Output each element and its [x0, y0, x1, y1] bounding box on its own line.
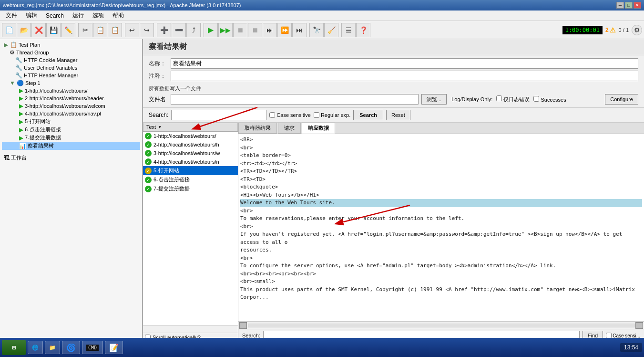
move-up-button[interactable]: ⤴	[186, 23, 201, 37]
file-input[interactable]	[171, 94, 419, 105]
tree-node-req3[interactable]: ▶ 3-http://localhost/webtours/welcom	[2, 102, 140, 110]
start-button[interactable]: ▶	[204, 23, 218, 37]
tree-node-workbench[interactable]: 🏗 工作台	[2, 154, 140, 162]
settings-button[interactable]: ⚙	[632, 25, 642, 35]
cut-button[interactable]: ✂	[78, 23, 92, 37]
errors-only-checkbox[interactable]	[496, 95, 502, 101]
result-item-7[interactable]: ✓ 7-提交注册数据	[143, 184, 238, 193]
warning-badge: 2 ⚠	[605, 26, 616, 34]
menu-run[interactable]: 运行	[69, 10, 88, 21]
detail-hscroll[interactable]	[238, 321, 644, 329]
menu-bar: 文件 编辑 Search 运行 选项 帮助	[0, 10, 644, 21]
tab-response-data[interactable]: 响应数据	[302, 123, 335, 134]
menu-file[interactable]: 文件	[2, 10, 21, 21]
reset-button[interactable]: Reset	[386, 110, 410, 120]
help-toolbar-button[interactable]: ❓	[356, 23, 370, 37]
remove-button[interactable]: ➖	[172, 23, 186, 37]
taskbar-item-explorer[interactable]: 📁	[45, 341, 60, 354]
result-item-3[interactable]: ✓ 3-http://localhost/webtours/w	[143, 149, 238, 158]
new-button[interactable]: 📄	[2, 23, 16, 37]
close-button[interactable]: ✕	[634, 2, 641, 9]
search-browse-button[interactable]: 🔭	[309, 23, 324, 37]
tree-node-step1[interactable]: ▼ 🔵 Step 1	[2, 79, 140, 87]
detail-tabs: 取样器结果 请求 响应数据	[238, 123, 644, 134]
list-button[interactable]: ☰	[341, 23, 356, 37]
taskbar-item-editor[interactable]: 📝	[105, 341, 123, 354]
tree-label-uservars: User Defined Variables	[24, 65, 77, 71]
tree-node-req5[interactable]: ▶ 5-打开网站	[2, 117, 140, 126]
minimize-button[interactable]: ─	[616, 2, 624, 9]
result-item-6[interactable]: ✓ 6-点击注册链接	[143, 175, 238, 184]
menu-help[interactable]: 帮助	[109, 10, 128, 21]
paste-button[interactable]: 📋	[108, 23, 122, 37]
result-item-2[interactable]: ✓ 2-http://localhost/webtours/h	[143, 140, 238, 149]
case-sensitive-checkbox[interactable]	[269, 112, 275, 118]
menu-options[interactable]: 选项	[89, 10, 108, 21]
comment-input[interactable]	[171, 71, 638, 81]
regular-exp-checkbox[interactable]	[314, 112, 319, 118]
content-line-11: To make reservations,please enter your a…	[240, 215, 642, 223]
save-button[interactable]: ❌	[31, 23, 46, 37]
tree-node-req1[interactable]: ▶ 1-http://localhost/webtours/	[2, 87, 140, 94]
tab-request[interactable]: 请求	[278, 123, 301, 134]
taskbar-item-chrome[interactable]: 🌀	[62, 341, 80, 354]
clear-button[interactable]: 🧹	[324, 23, 338, 37]
tree-node-thread-group[interactable]: ⚙ Thread Group	[2, 49, 140, 56]
results-col-header[interactable]: Text ▼	[143, 123, 238, 131]
undo-button[interactable]: ↩	[125, 23, 139, 37]
taskbar-item-cmd[interactable]: CMD	[82, 341, 103, 354]
content-line-17: <br><br><br><br><br><br>	[240, 270, 642, 278]
tree-label-testplan: Test Plan	[19, 42, 40, 48]
tree-node-req2[interactable]: ▶ 2-http://localhost/webtours/header.	[2, 94, 140, 102]
tree-node-req6[interactable]: ▶ 6-点击注册链接	[2, 126, 140, 134]
tree-node-req4[interactable]: ▶ 4-http://localhost/webtours/nav.pl	[2, 110, 140, 117]
menu-search[interactable]: Search	[42, 11, 68, 20]
tree-label-req6: 6-点击注册链接	[25, 126, 61, 133]
search-input[interactable]	[171, 110, 266, 120]
tree-node-req7[interactable]: ▶ 7-提交注册数据	[2, 134, 140, 142]
taskbar-item-ie[interactable]: 🌐	[28, 341, 43, 354]
start-button-taskbar[interactable]: ⊞	[2, 340, 26, 355]
successes-checkbox[interactable]	[533, 96, 539, 102]
menu-edit[interactable]: 编辑	[22, 10, 41, 21]
file-section-label: 所有数据写入一个文件	[149, 85, 201, 92]
start-nolog-button[interactable]: ▶▶	[218, 23, 233, 37]
results-list: Text ▼ ✓ 1-http://localhost/webtours/ ✓ …	[143, 123, 238, 342]
stop-button[interactable]: ⏹	[233, 23, 247, 37]
name-input[interactable]	[171, 58, 638, 69]
tree-node-user-vars[interactable]: 🔧 User Defined Variables	[2, 64, 140, 72]
status-green-icon-1: ✓	[145, 133, 152, 139]
right-panel: 察看结果树 名称： 注释： 所有数据写入一个文件 文件名 浏览... Log/D…	[143, 39, 644, 342]
result-item-5[interactable]: ✓ 5-打开网站	[143, 166, 238, 175]
toolbar: 📄 📂 ❌ 💾 ✏️ ✂ 📋 📋 ↩ ↪ ➕ ➖ ⤴ ▶ ▶▶ ⏹ ⏹ ⏭ ⏩ …	[0, 21, 644, 39]
tree-node-test-plan[interactable]: ▶ 📋 Test Plan	[2, 41, 140, 49]
tree-node-http-cookie[interactable]: 🔧 HTTP Cookie Manager	[2, 56, 140, 64]
remote-start-button[interactable]: ⏩	[277, 23, 292, 37]
tree-node-result-tree[interactable]: 📊 察看结果树	[2, 142, 140, 150]
revert-button[interactable]: ✏️	[61, 23, 75, 37]
panel-title: 察看结果树	[149, 42, 187, 51]
redo-button[interactable]: ↪	[140, 23, 154, 37]
open-button[interactable]: 📂	[17, 23, 31, 37]
panel-header: 察看结果树	[143, 39, 644, 55]
error-ratio: 0 / 1	[619, 27, 629, 33]
copy-button[interactable]: 📋	[93, 23, 107, 37]
maximize-button[interactable]: □	[625, 2, 633, 9]
remote-stop-button[interactable]: ⏭	[292, 23, 307, 37]
result-item-4[interactable]: ✓ 4-http://localhost/webtours/n	[143, 158, 238, 166]
cmd-icon: CMD	[86, 345, 99, 351]
search-button[interactable]: Search	[353, 110, 383, 120]
save-file-button[interactable]: 💾	[46, 23, 61, 37]
results-hscroll[interactable]	[143, 325, 238, 333]
result-item-1[interactable]: ✓ 1-http://localhost/webtours/	[143, 132, 238, 140]
tree-node-http-header[interactable]: 🔧 HTTP Header Manager	[2, 72, 140, 79]
tab-sampler-result[interactable]: 取样器结果	[238, 123, 277, 134]
tree-icon-req2: ▶	[19, 95, 23, 102]
browse-button[interactable]: 浏览...	[421, 94, 447, 105]
stop-now-button[interactable]: ⏹	[248, 23, 262, 37]
tree-label-step1: Step 1	[25, 80, 41, 86]
configure-button[interactable]: Configure	[605, 94, 638, 105]
step-button[interactable]: ⏭	[263, 23, 277, 37]
content-line-8: <H1><b>Web Tours</b></H1>	[240, 191, 642, 200]
add-button[interactable]: ➕	[157, 23, 171, 37]
